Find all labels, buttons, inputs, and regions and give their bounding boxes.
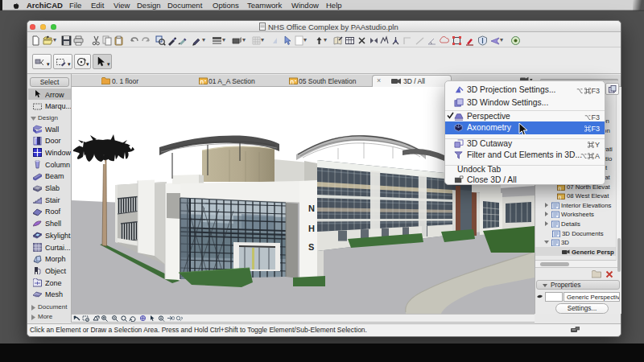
svg-text:S: S bbox=[308, 242, 314, 252]
svg-text:N: N bbox=[308, 204, 315, 213]
svg-text:H: H bbox=[308, 224, 315, 233]
